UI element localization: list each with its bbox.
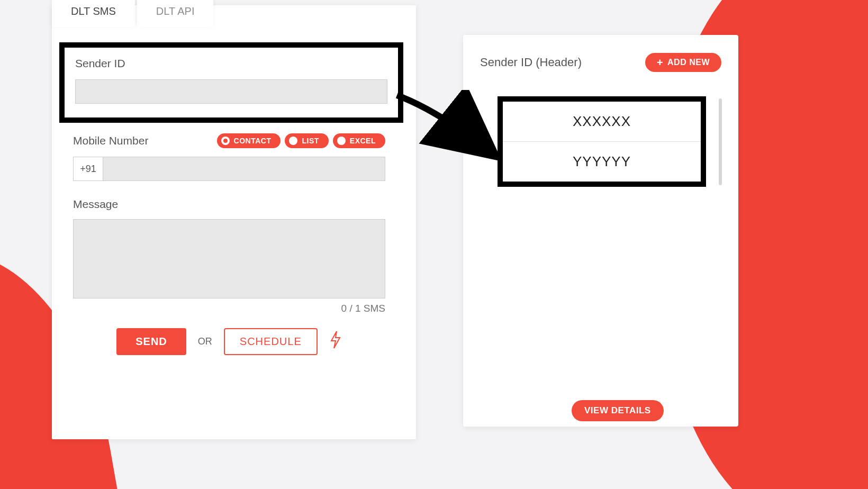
action-row: SEND OR SCHEDULE (73, 328, 385, 355)
sender-id-highlight-box: Sender ID (59, 42, 403, 123)
or-separator: OR (198, 336, 212, 347)
schedule-button[interactable]: SCHEDULE (224, 328, 318, 355)
sender-id-input[interactable] (75, 79, 387, 104)
sender-id-label: Sender ID (75, 57, 387, 70)
sender-id-panel: Sender ID (Header) + ADD NEW (463, 35, 738, 427)
view-details-button[interactable]: VIEW DETAILS (572, 400, 664, 421)
pill-excel[interactable]: EXCEL (333, 133, 385, 148)
message-label: Message (73, 198, 385, 211)
radio-icon (337, 137, 346, 145)
add-new-label: ADD NEW (667, 58, 710, 67)
source-pill-group: CONTACT LIST EXCEL (217, 133, 385, 148)
pill-contact[interactable]: CONTACT (217, 133, 281, 148)
scrollbar[interactable] (719, 98, 722, 185)
mobile-prefix: +91 (74, 157, 103, 180)
tab-dlt-sms[interactable]: DLT SMS (52, 0, 135, 27)
sms-counter: 0 / 1 SMS (73, 303, 385, 314)
tab-dlt-api[interactable]: DLT API (137, 0, 214, 27)
pill-contact-label: CONTACT (234, 137, 272, 145)
pill-excel-label: EXCEL (350, 137, 376, 145)
pill-list[interactable]: LIST (285, 133, 328, 148)
tab-bar: DLT SMS DLT API (52, 0, 213, 27)
plus-icon: + (657, 57, 663, 68)
add-new-button[interactable]: + ADD NEW (645, 53, 721, 72)
message-textarea[interactable] (73, 219, 385, 298)
lightning-icon[interactable] (329, 330, 342, 354)
mobile-number-label: Mobile Number (73, 134, 148, 147)
sender-id-list-item[interactable]: XXXXXX (503, 102, 701, 141)
sender-id-list-highlight-box: XXXXXX YYYYYY (498, 96, 706, 187)
radio-icon (221, 137, 230, 145)
mobile-number-input[interactable] (103, 157, 385, 180)
compose-fields: Mobile Number CONTACT LIST EXCEL +91 Mes… (73, 133, 385, 355)
pill-list-label: LIST (302, 137, 319, 145)
send-button[interactable]: SEND (116, 328, 186, 355)
sender-id-list-item[interactable]: YYYYYY (503, 142, 701, 182)
radio-icon (289, 137, 297, 145)
mobile-number-input-group: +91 (73, 157, 385, 181)
sender-id-header-title: Sender ID (Header) (480, 56, 582, 69)
